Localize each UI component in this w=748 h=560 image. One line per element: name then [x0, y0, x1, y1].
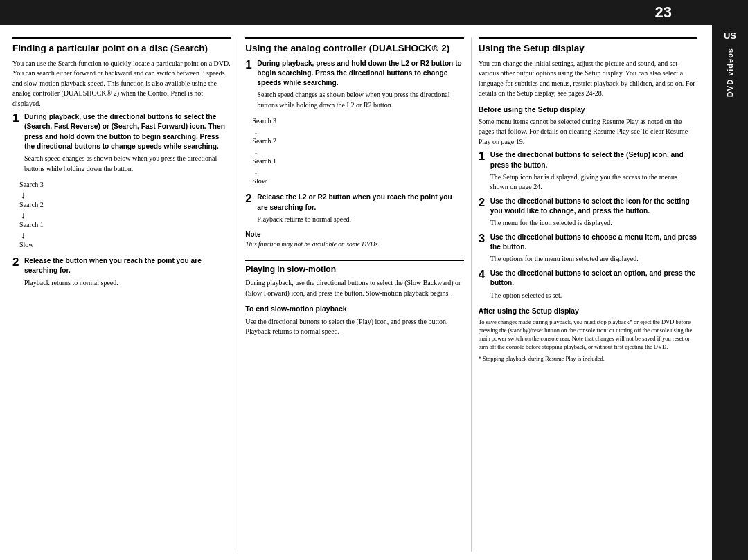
- section-label: DVD videos: [726, 48, 734, 97]
- col2-diagram: Search 3 ↓ Search 2 ↓ Search 1 ↓ Slow: [252, 116, 463, 187]
- right-sidebar: US DVD videos: [712, 0, 748, 560]
- col3-step1: 1 Use the directional buttons to select …: [479, 150, 697, 192]
- col1-step2-bold: Release the button when you reach the po…: [24, 256, 231, 276]
- col2-step1-num: 1: [245, 59, 253, 111]
- col3-step2-content: Use the directional buttons to select th…: [490, 197, 697, 228]
- col1-search1-row: Search 1: [19, 219, 231, 231]
- lang-label: US: [724, 30, 736, 41]
- column-2: Using the analog controller (DUALSHOCK® …: [238, 37, 471, 552]
- page-container: 23 Finding a particular point on a disc …: [0, 0, 748, 560]
- col2-search1-row: Search 1: [252, 156, 463, 167]
- col2-step2-content: Release the L2 or R2 button when you rea…: [257, 192, 463, 224]
- page-number: 23: [655, 3, 672, 21]
- column-3: Using the Setup display You can change t…: [472, 37, 704, 552]
- col3-before-label: Before using the Setup display: [479, 105, 697, 115]
- col1-intro: You can use the Search function to quick…: [12, 59, 231, 109]
- col2-slow-label: Slow: [252, 176, 267, 187]
- col2-note: Note This function may not be available …: [245, 230, 463, 249]
- col1-step2: 2 Release the button when you reach the …: [12, 256, 231, 288]
- columns-area: Finding a particular point on a disc (Se…: [0, 25, 712, 560]
- col2-search1-label: Search 1: [252, 156, 276, 167]
- col1-search3-label: Search 3: [19, 179, 44, 190]
- col1-arrow2: ↓: [21, 210, 231, 219]
- col2-search3-row: Search 3: [252, 116, 463, 127]
- main-content: 23 Finding a particular point on a disc …: [0, 0, 712, 560]
- col3-step4-bold: Use the directional buttons to select an…: [490, 269, 697, 289]
- col3-after-text: To save changes made during playback, yo…: [479, 318, 697, 352]
- col1-arrow3: ↓: [21, 231, 231, 240]
- col3-step1-content: Use the directional buttons to select th…: [490, 150, 697, 192]
- col3-step3-note: The options for the menu item selected a…: [490, 254, 697, 264]
- col1-step1-note: Search speed changes as shown below when…: [24, 154, 231, 174]
- col1-title: Finding a particular point on a disc (Se…: [12, 37, 231, 55]
- col3-step4-note: The option selected is set.: [490, 291, 697, 301]
- col3-step3: 3 Use the directional buttons to choose …: [479, 233, 697, 264]
- top-bar: 23: [0, 0, 712, 25]
- col2-arrow3: ↓: [253, 167, 463, 176]
- col1-slow-label: Slow: [19, 240, 34, 251]
- col3-intro: You can change the initial settings, adj…: [479, 59, 697, 99]
- col2-arrow1: ↓: [253, 127, 463, 136]
- col3-step2: 2 Use the directional buttons to select …: [479, 197, 697, 228]
- col3-after-label: After using the Setup display: [479, 306, 697, 316]
- col2-arrow2: ↓: [253, 147, 463, 156]
- col1-step1-bold: During playback, use the directional but…: [24, 112, 231, 152]
- col2-search3-label: Search 3: [252, 116, 276, 127]
- col3-step1-bold: Use the directional buttons to select th…: [490, 150, 697, 170]
- col1-search2-row: Search 2: [19, 199, 231, 210]
- col2-title: Using the analog controller (DUALSHOCK® …: [245, 37, 463, 55]
- col3-step1-note: The Setup icon bar is displayed, giving …: [490, 172, 697, 192]
- col1-search2-label: Search 2: [19, 199, 44, 210]
- col1-search1-label: Search 1: [19, 219, 44, 231]
- col2-note-label: Note: [245, 230, 463, 240]
- col1-step1-num: 1: [12, 112, 21, 174]
- col2-step2-num: 2: [245, 192, 253, 224]
- column-1: Finding a particular point on a disc (Se…: [10, 37, 238, 552]
- col3-after-section: After using the Setup display To save ch…: [479, 306, 697, 363]
- col2-search2-label: Search 2: [252, 136, 276, 147]
- col2-step2: 2 Release the L2 or R2 button when you r…: [245, 192, 463, 224]
- col3-step2-note: The menu for the icon selected is displa…: [490, 218, 697, 228]
- col2-step2-bold: Release the L2 or R2 button when you rea…: [257, 192, 463, 213]
- col2-step1: 1 During playback, press and hold down t…: [245, 59, 463, 111]
- col3-step2-bold: Use the directional buttons to select th…: [490, 197, 697, 217]
- col1-step1-content: During playback, use the directional but…: [24, 112, 231, 174]
- col1-slow-row: Slow: [19, 240, 231, 251]
- col3-title: Using the Setup display: [479, 37, 697, 55]
- col3-step2-num: 2: [479, 197, 487, 228]
- col3-step3-bold: Use the directional buttons to choose a …: [490, 233, 697, 253]
- col2-step1-content: During playback, press and hold down the…: [257, 59, 463, 111]
- col2-step1-bold: During playback, press and hold down the…: [257, 59, 463, 89]
- col2-section2-title: Playing in slow-motion: [245, 260, 463, 276]
- col2-subsection-text: Use the directional buttons to select th…: [245, 317, 463, 337]
- col1-step1: 1 During playback, use the directional b…: [12, 112, 231, 174]
- col1-step2-num: 2: [12, 256, 21, 288]
- col2-slow-row: Slow: [252, 176, 463, 187]
- col2-note-text: This function may not be available on so…: [245, 240, 463, 250]
- col2-search2-row: Search 2: [252, 136, 463, 147]
- col3-step3-num: 3: [479, 233, 487, 264]
- col3-before-text: Some menu items cannot be selected durin…: [479, 117, 697, 147]
- col2-section2: Playing in slow-motion During playback, …: [245, 260, 463, 337]
- col2-subsection-label: To end slow-motion playback: [245, 304, 463, 314]
- col1-arrow1: ↓: [21, 190, 231, 199]
- col3-after-footnote: * Stopping playback during Resume Play i…: [479, 355, 697, 363]
- col1-search3-row: Search 3: [19, 179, 231, 190]
- col1-diagram: Search 3 ↓ Search 2 ↓ Search 1 ↓ Slow: [19, 179, 231, 251]
- col3-step1-num: 1: [479, 150, 487, 192]
- col2-step2-note: Playback returns to normal speed.: [257, 215, 463, 225]
- col2-step1-note: Search speed changes as shown below when…: [257, 90, 463, 110]
- col1-step2-note: Playback returns to normal speed.: [24, 278, 231, 289]
- col1-step2-content: Release the button when you reach the po…: [24, 256, 231, 288]
- col3-step3-content: Use the directional buttons to choose a …: [490, 233, 697, 264]
- col3-step4-content: Use the directional buttons to select an…: [490, 269, 697, 300]
- col3-step4-num: 4: [479, 269, 487, 300]
- col3-step4: 4 Use the directional buttons to select …: [479, 269, 697, 300]
- col2-section2-intro: During playback, use the directional but…: [245, 278, 463, 298]
